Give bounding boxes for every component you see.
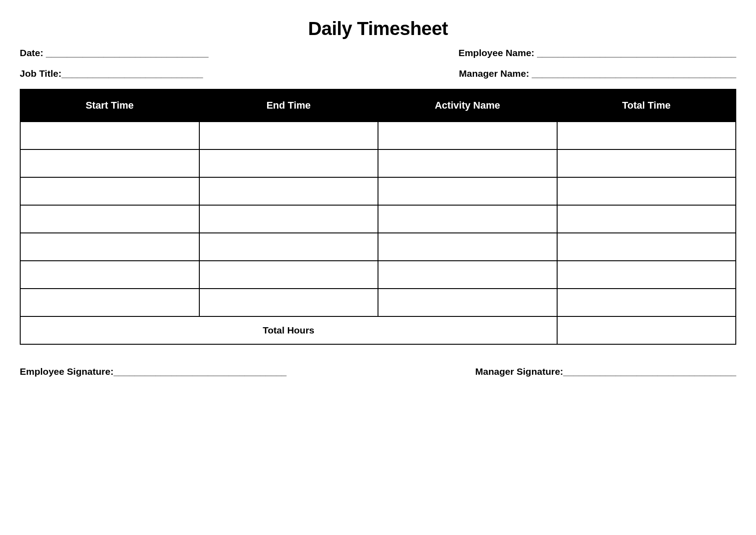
cell-start-time[interactable]	[20, 205, 199, 233]
cell-end-time[interactable]	[199, 289, 378, 316]
cell-activity[interactable]	[378, 122, 557, 149]
timesheet-table: Start Time End Time Activity Name Total …	[20, 89, 736, 345]
cell-activity[interactable]	[378, 177, 557, 205]
table-body: Total Hours	[20, 122, 736, 344]
cell-total[interactable]	[557, 149, 736, 177]
cell-activity[interactable]	[378, 149, 557, 177]
table-header-row: Start Time End Time Activity Name Total …	[20, 89, 736, 122]
col-header-end-time: End Time	[199, 89, 378, 122]
table-row	[20, 149, 736, 177]
employee-signature-field[interactable]: Employee Signature:_____________________…	[20, 366, 286, 377]
total-hours-value[interactable]	[557, 316, 736, 344]
field-row-1: Date: _______________________________ Em…	[20, 48, 736, 58]
cell-activity[interactable]	[378, 233, 557, 261]
cell-total[interactable]	[557, 122, 736, 149]
table-row	[20, 233, 736, 261]
cell-activity[interactable]	[378, 261, 557, 289]
cell-end-time[interactable]	[199, 233, 378, 261]
cell-start-time[interactable]	[20, 177, 199, 205]
col-header-total-time: Total Time	[557, 89, 736, 122]
cell-total[interactable]	[557, 205, 736, 233]
cell-end-time[interactable]	[199, 261, 378, 289]
table-row	[20, 122, 736, 149]
employee-name-field[interactable]: Employee Name: _________________________…	[458, 48, 736, 58]
manager-name-field[interactable]: Manager Name: __________________________…	[459, 68, 736, 79]
cell-total[interactable]	[557, 233, 736, 261]
total-hours-row: Total Hours	[20, 316, 736, 344]
table-row	[20, 205, 736, 233]
cell-start-time[interactable]	[20, 122, 199, 149]
cell-activity[interactable]	[378, 289, 557, 316]
table-row	[20, 177, 736, 205]
cell-total[interactable]	[557, 261, 736, 289]
cell-end-time[interactable]	[199, 122, 378, 149]
cell-start-time[interactable]	[20, 261, 199, 289]
cell-start-time[interactable]	[20, 289, 199, 316]
signature-row: Employee Signature:_____________________…	[20, 366, 736, 377]
cell-end-time[interactable]	[199, 149, 378, 177]
cell-end-time[interactable]	[199, 205, 378, 233]
total-hours-label: Total Hours	[20, 316, 557, 344]
date-field[interactable]: Date: _______________________________	[20, 48, 208, 58]
field-row-2: Job Title:___________________________ Ma…	[20, 68, 736, 79]
page-title: Daily Timesheet	[20, 18, 736, 39]
table-row	[20, 289, 736, 316]
table-row	[20, 261, 736, 289]
cell-start-time[interactable]	[20, 233, 199, 261]
cell-total[interactable]	[557, 177, 736, 205]
cell-total[interactable]	[557, 289, 736, 316]
cell-start-time[interactable]	[20, 149, 199, 177]
col-header-activity: Activity Name	[378, 89, 557, 122]
manager-signature-field[interactable]: Manager Signature:______________________…	[475, 366, 736, 377]
job-title-field[interactable]: Job Title:___________________________	[20, 68, 203, 79]
cell-activity[interactable]	[378, 205, 557, 233]
cell-end-time[interactable]	[199, 177, 378, 205]
col-header-start-time: Start Time	[20, 89, 199, 122]
